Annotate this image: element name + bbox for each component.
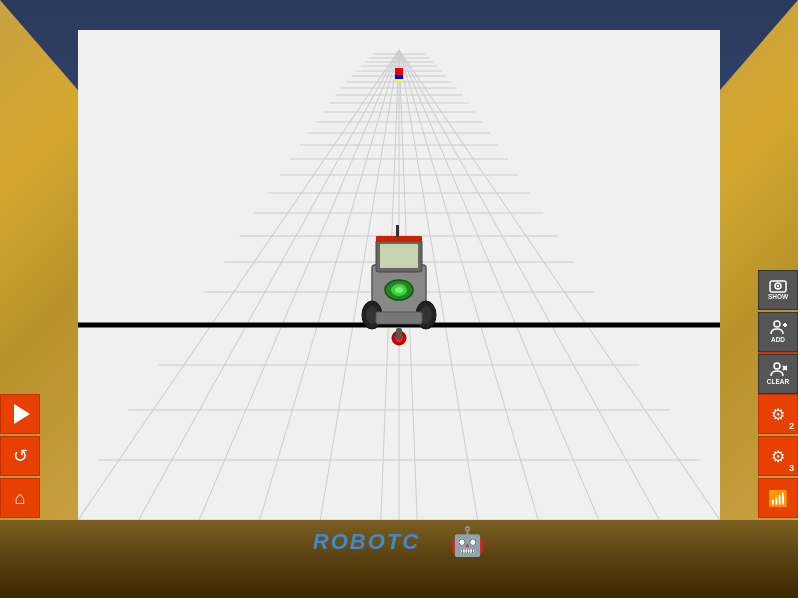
add-label: ADD <box>771 337 785 344</box>
home-icon: ⌂ <box>15 488 26 509</box>
robot <box>354 220 444 380</box>
gear2-icon: ⚙ <box>771 405 785 424</box>
svg-point-48 <box>395 287 403 293</box>
svg-rect-55 <box>396 328 402 340</box>
add-button[interactable]: ADD <box>758 312 798 352</box>
svg-point-59 <box>777 285 779 287</box>
prog2-label: 2 <box>789 421 794 431</box>
target-marker <box>395 68 403 82</box>
svg-point-63 <box>774 363 780 369</box>
brand-logo: ROBOTC <box>313 529 420 555</box>
robot-svg <box>354 220 444 380</box>
clear-label: CLEAR <box>767 379 789 386</box>
svg-rect-56 <box>376 312 422 324</box>
svg-point-60 <box>774 321 780 327</box>
reset-button[interactable]: ↺ <box>0 436 40 476</box>
gear3-icon: ⚙ <box>771 447 785 466</box>
show-label: SHOW <box>768 294 788 301</box>
prog3-label: 3 <box>789 463 794 473</box>
wifi-icon: 📶 <box>768 489 788 508</box>
play-icon <box>14 404 30 424</box>
bottom-panel: ROBOTC 🤖 <box>0 520 798 598</box>
svg-rect-43 <box>380 244 418 268</box>
program3-button[interactable]: ⚙ 3 <box>758 436 798 476</box>
show-icon <box>769 279 787 293</box>
program2-button[interactable]: ⚙ 2 <box>758 394 798 434</box>
right-top-controls: SHOW ADD CLEAR <box>758 270 798 394</box>
main-scene: ROBOTC 🤖 ↺ ⌂ ⚙ 1 ⚙ 2 ⚙ 3 📶 <box>0 0 798 598</box>
left-controls: ↺ ⌂ <box>0 394 40 518</box>
robot-icon-bottom: 🤖 <box>450 525 485 558</box>
play-button[interactable] <box>0 394 40 434</box>
reset-icon: ↺ <box>13 445 28 467</box>
target-red <box>395 68 403 75</box>
show-button[interactable]: SHOW <box>758 270 798 310</box>
clear-icon <box>769 362 787 378</box>
svg-rect-45 <box>396 225 399 237</box>
add-icon <box>769 320 787 336</box>
home-button[interactable]: ⌂ <box>0 478 40 518</box>
wifi-button[interactable]: 📶 <box>758 478 798 518</box>
target-yellow <box>395 79 403 82</box>
clear-button[interactable]: CLEAR <box>758 354 798 394</box>
